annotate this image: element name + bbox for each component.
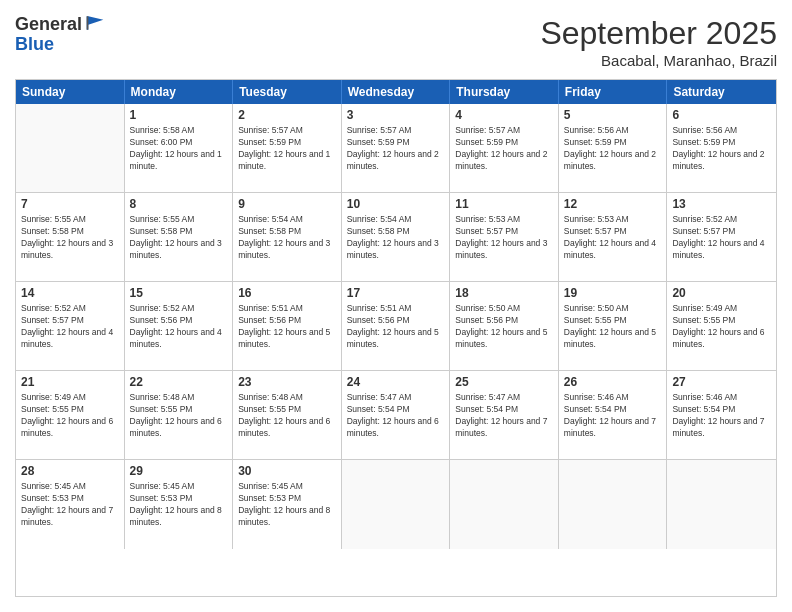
- day-info: Sunrise: 5:52 AMSunset: 5:57 PMDaylight:…: [672, 214, 771, 262]
- day-number: 26: [564, 375, 662, 389]
- calendar-cell: 5Sunrise: 5:56 AMSunset: 5:59 PMDaylight…: [559, 104, 668, 192]
- header: General Blue September 2025 Bacabal, Mar…: [15, 15, 777, 69]
- calendar-cell: 23Sunrise: 5:48 AMSunset: 5:55 PMDayligh…: [233, 371, 342, 459]
- calendar-cell: 20Sunrise: 5:49 AMSunset: 5:55 PMDayligh…: [667, 282, 776, 370]
- calendar-cell: 22Sunrise: 5:48 AMSunset: 5:55 PMDayligh…: [125, 371, 234, 459]
- calendar-cell: 15Sunrise: 5:52 AMSunset: 5:56 PMDayligh…: [125, 282, 234, 370]
- day-number: 8: [130, 197, 228, 211]
- calendar-cell: [342, 460, 451, 549]
- subtitle: Bacabal, Maranhao, Brazil: [540, 52, 777, 69]
- day-number: 1: [130, 108, 228, 122]
- day-number: 15: [130, 286, 228, 300]
- calendar-row: 1Sunrise: 5:58 AMSunset: 6:00 PMDaylight…: [16, 104, 776, 193]
- calendar-cell: 11Sunrise: 5:53 AMSunset: 5:57 PMDayligh…: [450, 193, 559, 281]
- day-info: Sunrise: 5:48 AMSunset: 5:55 PMDaylight:…: [238, 392, 336, 440]
- day-number: 23: [238, 375, 336, 389]
- day-number: 3: [347, 108, 445, 122]
- day-info: Sunrise: 5:47 AMSunset: 5:54 PMDaylight:…: [455, 392, 553, 440]
- day-number: 10: [347, 197, 445, 211]
- day-number: 29: [130, 464, 228, 478]
- calendar-cell: 9Sunrise: 5:54 AMSunset: 5:58 PMDaylight…: [233, 193, 342, 281]
- day-number: 25: [455, 375, 553, 389]
- day-info: Sunrise: 5:47 AMSunset: 5:54 PMDaylight:…: [347, 392, 445, 440]
- calendar-cell: 26Sunrise: 5:46 AMSunset: 5:54 PMDayligh…: [559, 371, 668, 459]
- day-number: 27: [672, 375, 771, 389]
- calendar-cell: 6Sunrise: 5:56 AMSunset: 5:59 PMDaylight…: [667, 104, 776, 192]
- calendar-cell: 17Sunrise: 5:51 AMSunset: 5:56 PMDayligh…: [342, 282, 451, 370]
- day-info: Sunrise: 5:50 AMSunset: 5:55 PMDaylight:…: [564, 303, 662, 351]
- calendar-cell: 18Sunrise: 5:50 AMSunset: 5:56 PMDayligh…: [450, 282, 559, 370]
- cal-header-day: Saturday: [667, 80, 776, 104]
- calendar-cell: [16, 104, 125, 192]
- logo: General Blue: [15, 15, 105, 55]
- day-info: Sunrise: 5:55 AMSunset: 5:58 PMDaylight:…: [130, 214, 228, 262]
- day-number: 30: [238, 464, 336, 478]
- calendar-cell: 13Sunrise: 5:52 AMSunset: 5:57 PMDayligh…: [667, 193, 776, 281]
- day-info: Sunrise: 5:52 AMSunset: 5:57 PMDaylight:…: [21, 303, 119, 351]
- month-title: September 2025: [540, 15, 777, 52]
- day-number: 2: [238, 108, 336, 122]
- calendar-cell: [667, 460, 776, 549]
- day-info: Sunrise: 5:45 AMSunset: 5:53 PMDaylight:…: [238, 481, 336, 529]
- cal-header-day: Wednesday: [342, 80, 451, 104]
- calendar-cell: 1Sunrise: 5:58 AMSunset: 6:00 PMDaylight…: [125, 104, 234, 192]
- calendar-cell: 28Sunrise: 5:45 AMSunset: 5:53 PMDayligh…: [16, 460, 125, 549]
- day-number: 11: [455, 197, 553, 211]
- day-info: Sunrise: 5:45 AMSunset: 5:53 PMDaylight:…: [130, 481, 228, 529]
- calendar-row: 14Sunrise: 5:52 AMSunset: 5:57 PMDayligh…: [16, 282, 776, 371]
- day-info: Sunrise: 5:45 AMSunset: 5:53 PMDaylight:…: [21, 481, 119, 529]
- calendar-cell: 24Sunrise: 5:47 AMSunset: 5:54 PMDayligh…: [342, 371, 451, 459]
- day-number: 28: [21, 464, 119, 478]
- calendar-row: 7Sunrise: 5:55 AMSunset: 5:58 PMDaylight…: [16, 193, 776, 282]
- cal-header-day: Friday: [559, 80, 668, 104]
- calendar-cell: 12Sunrise: 5:53 AMSunset: 5:57 PMDayligh…: [559, 193, 668, 281]
- day-number: 12: [564, 197, 662, 211]
- day-number: 4: [455, 108, 553, 122]
- calendar-cell: 29Sunrise: 5:45 AMSunset: 5:53 PMDayligh…: [125, 460, 234, 549]
- page: General Blue September 2025 Bacabal, Mar…: [0, 0, 792, 612]
- calendar-cell: 10Sunrise: 5:54 AMSunset: 5:58 PMDayligh…: [342, 193, 451, 281]
- day-info: Sunrise: 5:57 AMSunset: 5:59 PMDaylight:…: [455, 125, 553, 173]
- day-info: Sunrise: 5:54 AMSunset: 5:58 PMDaylight:…: [347, 214, 445, 262]
- day-info: Sunrise: 5:48 AMSunset: 5:55 PMDaylight:…: [130, 392, 228, 440]
- calendar-cell: 21Sunrise: 5:49 AMSunset: 5:55 PMDayligh…: [16, 371, 125, 459]
- day-number: 5: [564, 108, 662, 122]
- day-info: Sunrise: 5:57 AMSunset: 5:59 PMDaylight:…: [238, 125, 336, 173]
- day-info: Sunrise: 5:57 AMSunset: 5:59 PMDaylight:…: [347, 125, 445, 173]
- calendar-cell: 2Sunrise: 5:57 AMSunset: 5:59 PMDaylight…: [233, 104, 342, 192]
- day-info: Sunrise: 5:46 AMSunset: 5:54 PMDaylight:…: [564, 392, 662, 440]
- cal-header-day: Monday: [125, 80, 234, 104]
- day-number: 16: [238, 286, 336, 300]
- calendar-header: SundayMondayTuesdayWednesdayThursdayFrid…: [16, 80, 776, 104]
- day-number: 17: [347, 286, 445, 300]
- day-info: Sunrise: 5:51 AMSunset: 5:56 PMDaylight:…: [347, 303, 445, 351]
- calendar-cell: 7Sunrise: 5:55 AMSunset: 5:58 PMDaylight…: [16, 193, 125, 281]
- day-info: Sunrise: 5:56 AMSunset: 5:59 PMDaylight:…: [672, 125, 771, 173]
- day-number: 7: [21, 197, 119, 211]
- calendar-cell: 8Sunrise: 5:55 AMSunset: 5:58 PMDaylight…: [125, 193, 234, 281]
- day-number: 14: [21, 286, 119, 300]
- day-number: 20: [672, 286, 771, 300]
- day-info: Sunrise: 5:49 AMSunset: 5:55 PMDaylight:…: [672, 303, 771, 351]
- day-number: 18: [455, 286, 553, 300]
- day-number: 19: [564, 286, 662, 300]
- day-info: Sunrise: 5:46 AMSunset: 5:54 PMDaylight:…: [672, 392, 771, 440]
- day-info: Sunrise: 5:56 AMSunset: 5:59 PMDaylight:…: [564, 125, 662, 173]
- cal-header-day: Thursday: [450, 80, 559, 104]
- calendar: SundayMondayTuesdayWednesdayThursdayFrid…: [15, 79, 777, 597]
- day-info: Sunrise: 5:53 AMSunset: 5:57 PMDaylight:…: [455, 214, 553, 262]
- logo-blue-text: Blue: [15, 35, 105, 55]
- day-number: 21: [21, 375, 119, 389]
- title-block: September 2025 Bacabal, Maranhao, Brazil: [540, 15, 777, 69]
- day-info: Sunrise: 5:49 AMSunset: 5:55 PMDaylight:…: [21, 392, 119, 440]
- calendar-body: 1Sunrise: 5:58 AMSunset: 6:00 PMDaylight…: [16, 104, 776, 549]
- calendar-cell: 3Sunrise: 5:57 AMSunset: 5:59 PMDaylight…: [342, 104, 451, 192]
- day-number: 22: [130, 375, 228, 389]
- calendar-cell: [559, 460, 668, 549]
- calendar-row: 28Sunrise: 5:45 AMSunset: 5:53 PMDayligh…: [16, 460, 776, 549]
- calendar-cell: 19Sunrise: 5:50 AMSunset: 5:55 PMDayligh…: [559, 282, 668, 370]
- calendar-cell: 30Sunrise: 5:45 AMSunset: 5:53 PMDayligh…: [233, 460, 342, 549]
- svg-rect-1: [87, 17, 89, 30]
- day-info: Sunrise: 5:52 AMSunset: 5:56 PMDaylight:…: [130, 303, 228, 351]
- day-info: Sunrise: 5:58 AMSunset: 6:00 PMDaylight:…: [130, 125, 228, 173]
